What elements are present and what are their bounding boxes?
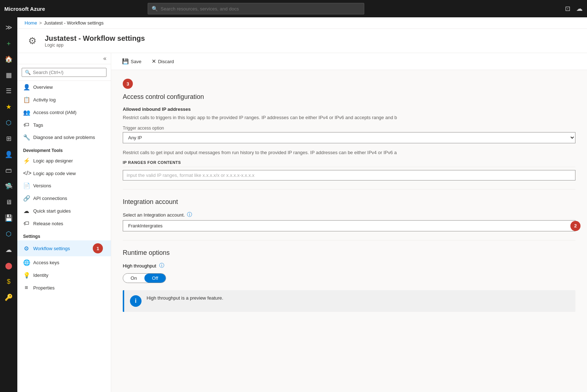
section-divider-1 [123,189,575,190]
toggle-off-option[interactable]: Off [144,274,166,283]
sidebar-icon-home[interactable]: 🏠 [1,52,16,66]
sidebar-icon-monitor[interactable]: 🖥 [1,195,16,209]
diagnose-label: Diagnose and solve problems [33,135,95,140]
toolbar: 💾 Save ✕ Discard [111,53,587,70]
toggle-on-option[interactable]: On [123,274,144,283]
logic-code-label: Logic app code view [33,171,76,176]
icon-sidebar: ≫ ＋ 🏠 ▦ ☰ ★ ⬡ ⊞ 👤 🗃 🛸 🖥 💾 ⬡ ☁ ⬤ $ 🔑 [0,17,17,392]
settings-section-label: Settings [17,230,111,240]
sidebar-icon-satellite[interactable]: 🛸 [1,179,16,193]
ip-ranges-input[interactable] [123,170,575,180]
left-search-icon: 🔍 [25,70,31,75]
sidebar-item-access-control[interactable]: 👥 Access control (IAM) [17,106,111,119]
brand-name: Microsoft Azure [4,6,45,12]
sidebar-item-quickstart[interactable]: ☁ Quick start guides [17,205,111,217]
high-throughput-info-icon[interactable]: ⓘ [159,262,164,269]
sidebar-item-versions[interactable]: 📄 Versions [17,179,111,192]
access-control-icon: 👥 [23,109,30,116]
search-icon: 🔍 [152,6,158,12]
sidebar-item-activity-log[interactable]: 📋 Activity log [17,93,111,106]
quickstart-icon: ☁ [23,208,30,214]
right-panel: 💾 Save ✕ Discard 3 Access control config… [111,53,587,392]
versions-icon: 📄 [23,182,30,189]
sidebar-icon-users[interactable]: 👤 [1,147,16,162]
sidebar-item-identity[interactable]: 💡 Identity [17,269,111,282]
step2-badge: 2 [570,221,581,231]
sidebar-icon-storage[interactable]: 💾 [1,211,16,225]
sidebar-icon-resources[interactable]: ⬡ [1,116,16,130]
contents-ip-desc: Restrict calls to get input and output m… [123,149,575,156]
main-layout: ≫ ＋ 🏠 ▦ ☰ ★ ⬡ ⊞ 👤 🗃 🛸 🖥 💾 ⬡ ☁ ⬤ $ 🔑 Home… [0,17,587,392]
workflow-settings-icon: ⚙ [23,245,30,252]
left-nav-search-container: 🔍 [17,64,111,81]
breadcrumb-home[interactable]: Home [25,20,37,26]
sidebar-icon-sql[interactable]: 🗃 [1,163,16,178]
sidebar-icon-key[interactable]: 🔑 [1,290,16,305]
global-search-box[interactable]: 🔍 [148,3,364,14]
integration-section-title: Integration account [123,198,575,206]
left-navigation: « 🔍 👤 Overview 📋 Activity log [17,53,111,392]
integration-account-select[interactable]: FrankIntergrates [123,220,575,231]
sidebar-icon-add[interactable]: ＋ [1,36,16,51]
cloud-shell-icon[interactable]: ☁ [576,5,583,13]
tags-label: Tags [33,122,43,128]
save-button[interactable]: 💾 Save [120,57,144,66]
collapse-nav-button[interactable]: « [103,55,106,62]
access-keys-label: Access keys [33,260,59,265]
sidebar-icon-devops[interactable]: ⬡ [1,227,16,241]
api-connections-icon: 🔗 [23,195,30,202]
overview-icon: 👤 [23,84,30,91]
trigger-access-select[interactable]: Any IP [123,132,575,143]
sidebar-icon-menu[interactable]: ☰ [1,84,16,98]
sidebar-item-overview[interactable]: 👤 Overview [17,81,111,93]
trigger-access-label: Trigger access option [123,126,575,131]
discard-icon: ✕ [152,58,156,65]
terminal-icon[interactable]: ⊡ [565,5,570,13]
sidebar-icon-grid[interactable]: ⊞ [1,131,16,146]
high-throughput-row: High throughput ⓘ [123,262,575,269]
diagnose-icon: 🔧 [23,134,30,141]
release-notes-label: Release notes [33,221,63,226]
sidebar-item-release-notes[interactable]: 🏷 Release notes [17,217,111,230]
sidebar-icon-dollar[interactable]: $ [1,274,16,289]
section-divider-2 [123,240,575,240]
high-throughput-toggle[interactable]: On Off [123,273,166,283]
api-connections-label: API connections [33,196,67,201]
sidebar-item-logic-code[interactable]: </> Logic app code view [17,167,111,179]
release-notes-icon: 🏷 [23,220,30,227]
main-content: 3 Access control configuration Allowed i… [111,70,587,392]
global-search-input[interactable] [161,6,360,12]
sidebar-item-properties[interactable]: ≡ Properties [17,282,111,294]
page-subtitle: Logic app [45,43,145,48]
breadcrumb: Home > Justatest - Workflow settings [17,17,587,29]
sidebar-icon-favorites[interactable]: ★ [1,100,16,114]
sidebar-item-workflow-settings[interactable]: ⚙ Workflow settings 1 [17,240,111,256]
access-control-label: Access control (IAM) [33,110,77,115]
sidebar-item-tags[interactable]: 🏷 Tags [17,119,111,131]
activity-log-label: Activity log [33,97,56,103]
left-nav-search-box[interactable]: 🔍 [22,68,106,77]
info-box-icon: i [130,295,142,307]
overview-label: Overview [33,84,53,90]
logic-designer-label: Logic app designer [33,158,73,164]
sidebar-icon-collapse[interactable]: ≫ [1,20,16,35]
sidebar-icon-security[interactable]: ⬤ [1,258,16,273]
left-nav-search-input[interactable] [33,70,103,75]
integration-info-icon[interactable]: ⓘ [187,212,192,218]
top-nav-actions: ⊡ ☁ [565,5,583,13]
sidebar-item-access-keys[interactable]: 🌐 Access keys [17,256,111,269]
sidebar-item-diagnose[interactable]: 🔧 Diagnose and solve problems [17,131,111,144]
sidebar-icon-cloud[interactable]: ☁ [1,243,16,257]
discard-button[interactable]: ✕ Discard [149,57,176,66]
top-navigation: Microsoft Azure 🔍 ⊡ ☁ [0,0,587,17]
sidebar-icon-dashboard[interactable]: ▦ [1,68,16,82]
quickstart-label: Quick start guides [33,208,71,214]
workflow-settings-label: Workflow settings [33,246,70,251]
sidebar-item-api-connections[interactable]: 🔗 API connections [17,192,111,205]
logic-designer-icon: ⚡ [23,157,30,164]
sidebar-item-logic-designer[interactable]: ⚡ Logic app designer [17,154,111,167]
dev-tools-section-label: Development Tools [17,144,111,154]
step3-badge: 3 [123,79,133,89]
step1-badge: 1 [93,243,103,253]
content-area: Home > Justatest - Workflow settings ⚙ J… [17,17,587,392]
